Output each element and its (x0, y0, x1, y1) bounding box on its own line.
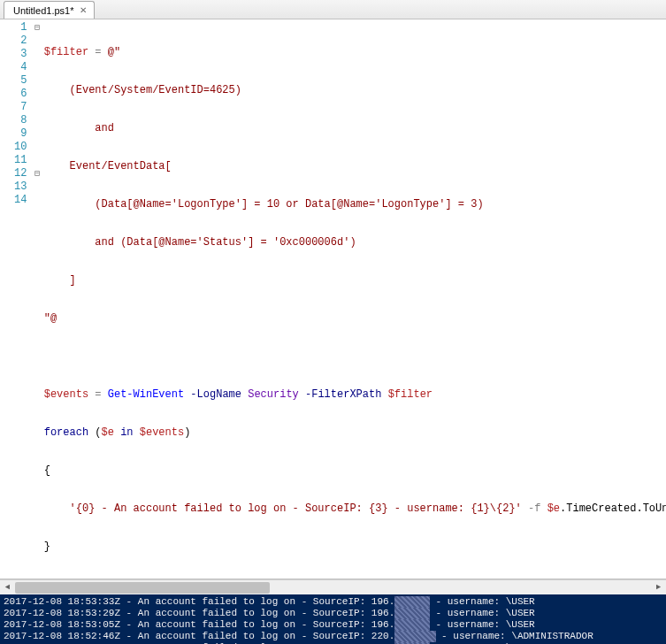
line-number: 5 (0, 74, 27, 88)
redacted-ip (394, 631, 435, 642)
line-number: 3 (0, 48, 27, 61)
scroll-thumb[interactable] (15, 582, 270, 594)
code-token: $filter (44, 46, 88, 58)
console-line: 2017-12-08 18:53:29Z - An account failed… (4, 608, 662, 619)
line-number: 11 (0, 154, 27, 167)
line-number: 7 (0, 101, 27, 114)
redacted-ip (394, 596, 430, 608)
horizontal-scrollbar[interactable]: ◄ ► (0, 579, 666, 594)
line-number: 14 (0, 194, 27, 207)
tab-bar: Untitled1.ps1* ✕ (0, 0, 666, 19)
scroll-left-icon[interactable]: ◄ (0, 580, 15, 595)
console-line: 2017-12-08 18:53:05Z - An account failed… (4, 619, 662, 631)
scroll-right-icon[interactable]: ► (651, 580, 666, 595)
fold-toggle-icon[interactable]: ⊟ (32, 167, 42, 180)
line-number: 1 (0, 21, 27, 34)
scroll-track[interactable] (15, 580, 651, 595)
line-number: 2 (0, 34, 27, 48)
console-output[interactable]: 2017-12-08 18:53:33Z - An account failed… (0, 594, 666, 644)
console-line: 2017-12-08 18:52:46Z - An account failed… (4, 631, 662, 642)
redacted-ip (394, 608, 430, 619)
tab-title: Untitled1.ps1* (13, 5, 74, 16)
close-icon[interactable]: ✕ (80, 5, 87, 15)
line-number: 13 (0, 180, 27, 194)
fold-column: ⊟ ⊟ (32, 19, 42, 579)
line-number: 9 (0, 127, 27, 141)
line-number-gutter: 1234567891011121314 (0, 19, 32, 579)
line-number: 10 (0, 141, 27, 154)
console-line: 2017-12-08 18:53:33Z - An account failed… (4, 596, 662, 608)
line-number: 12 (0, 167, 27, 180)
editor-tab[interactable]: Untitled1.ps1* ✕ (4, 1, 95, 19)
line-number: 4 (0, 61, 27, 74)
code-editor[interactable]: 1234567891011121314 ⊟ ⊟ $filter = @" (Ev… (0, 19, 666, 579)
redacted-ip (394, 619, 430, 631)
code-body[interactable]: $filter = @" (Event/System/EventID=4625)… (42, 19, 666, 579)
line-number: 8 (0, 114, 27, 127)
line-number: 6 (0, 88, 27, 101)
fold-toggle-icon[interactable]: ⊟ (32, 21, 42, 34)
